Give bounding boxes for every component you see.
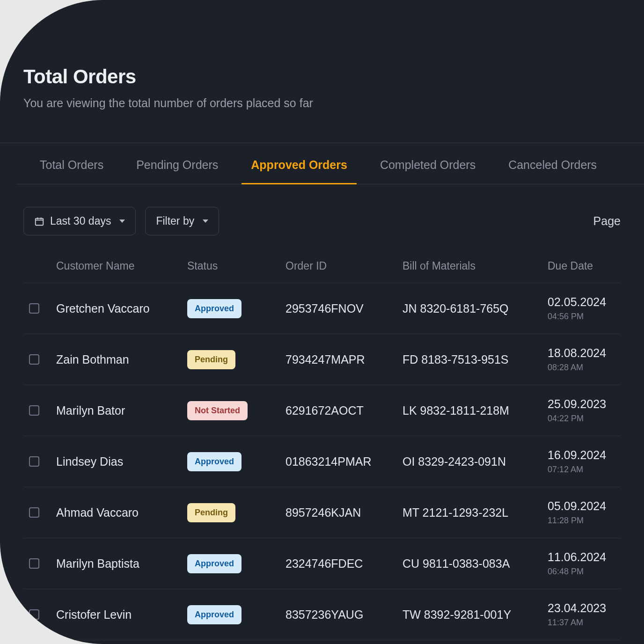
due-date-value: 18.08.2024 (548, 346, 621, 360)
orders-panel: Total Orders You are viewing the total n… (0, 0, 644, 644)
table-header: Customer Name Status Order ID Bill of Ma… (23, 247, 621, 283)
order-id: 6291672AOCT (285, 404, 402, 417)
customer-name: Gretchen Vaccaro (56, 302, 187, 315)
due-time-value: 11:28 PM (548, 516, 621, 526)
tabs: Total OrdersPending OrdersApproved Order… (16, 143, 644, 184)
customer-name: Cristofer Levin (56, 608, 187, 622)
customer-name: Zain Bothman (56, 353, 187, 366)
page-title: Total Orders (23, 66, 621, 88)
row-checkbox[interactable] (29, 354, 39, 365)
status-badge: Pending (187, 503, 235, 522)
bill-of-materials: TW 8392-9281-001Y (402, 608, 548, 622)
bill-of-materials: MT 2121-1293-232L (402, 506, 548, 520)
row-checkbox[interactable] (29, 303, 39, 314)
due-date-value: 02.05.2024 (548, 295, 621, 309)
due-date-value: 16.09.2024 (548, 448, 621, 462)
tab-completed-orders[interactable]: Completed Orders (380, 143, 476, 184)
bill-of-materials: LK 9832-1811-218M (402, 404, 548, 417)
col-bom: Bill of Materials (402, 260, 548, 272)
row-checkbox[interactable] (29, 405, 39, 416)
order-id: 2953746FNOV (285, 302, 402, 315)
row-checkbox[interactable] (29, 558, 39, 569)
row-checkbox[interactable] (29, 456, 39, 467)
table-row: Marilyn BaptistaApproved2324746FDECCU 98… (23, 538, 621, 589)
orders-table: Customer Name Status Order ID Bill of Ma… (0, 247, 644, 640)
chevron-down-icon (119, 220, 125, 223)
due-date: 18.08.202408:28 AM (548, 346, 621, 373)
due-time-value: 06:48 PM (548, 567, 621, 577)
due-date: 02.05.202404:56 PM (548, 295, 621, 322)
order-id: 2324746FDEC (285, 557, 402, 571)
page-subtitle: You are viewing the total number of orde… (23, 96, 621, 110)
due-date-value: 11.06.2024 (548, 550, 621, 564)
tab-total-orders[interactable]: Total Orders (40, 143, 103, 184)
order-id: 01863214PMAR (285, 455, 402, 468)
due-time-value: 08:28 AM (548, 363, 621, 373)
due-time-value: 11:37 AM (548, 618, 621, 628)
bill-of-materials: OI 8329-2423-091N (402, 455, 548, 468)
date-range-button[interactable]: Last 30 days (23, 207, 136, 235)
due-date: 25.09.202304:22 PM (548, 397, 621, 424)
tab-canceled-orders[interactable]: Canceled Orders (508, 143, 597, 184)
bill-of-materials: CU 9811-0383-083A (402, 557, 548, 571)
due-time-value: 07:12 AM (548, 465, 621, 475)
chevron-down-icon (203, 220, 208, 223)
status-badge: Approved (187, 605, 242, 624)
due-time-value: 04:56 PM (548, 312, 621, 322)
status-badge: Approved (187, 554, 242, 573)
col-order-id: Order ID (285, 260, 402, 272)
due-date: 23.04.202311:37 AM (548, 601, 621, 628)
bill-of-materials: JN 8320-6181-765Q (402, 302, 548, 315)
status-badge: Not Started (187, 401, 248, 420)
order-id: 7934247MAPR (285, 353, 402, 366)
table-row: Zain BothmanPending7934247MAPRFD 8183-75… (23, 334, 621, 385)
order-id: 8357236YAUG (285, 608, 402, 622)
order-id: 8957246KJAN (285, 506, 402, 520)
table-row: Gretchen VaccaroApproved2953746FNOVJN 83… (23, 283, 621, 334)
customer-name: Ahmad Vaccaro (56, 506, 187, 520)
customer-name: Lindsey Dias (56, 455, 187, 468)
header: Total Orders You are viewing the total n… (0, 0, 644, 124)
customer-name: Marilyn Bator (56, 404, 187, 417)
due-date: 05.09.202411:28 PM (548, 499, 621, 526)
svg-rect-0 (36, 218, 44, 225)
col-status: Status (187, 260, 285, 272)
due-date-value: 05.09.2024 (548, 499, 621, 513)
status-badge: Pending (187, 350, 235, 369)
table-row: Cristofer LevinApproved8357236YAUGTW 839… (23, 589, 621, 640)
filter-by-label: Filter by (156, 215, 194, 227)
row-checkbox[interactable] (29, 507, 39, 518)
page-label: Page (593, 214, 621, 228)
tab-pending-orders[interactable]: Pending Orders (136, 143, 218, 184)
due-date-value: 23.04.2023 (548, 601, 621, 615)
tab-approved-orders[interactable]: Approved Orders (251, 143, 347, 184)
table-row: Ahmad VaccaroPending8957246KJANMT 2121-1… (23, 487, 621, 538)
filter-by-button[interactable]: Filter by (145, 207, 219, 235)
row-checkbox[interactable] (29, 609, 39, 620)
col-due: Due Date (548, 260, 621, 272)
customer-name: Marilyn Baptista (56, 557, 187, 571)
calendar-icon (34, 216, 44, 227)
table-row: Marilyn BatorNot Started6291672AOCTLK 98… (23, 385, 621, 436)
table-row: Lindsey DiasApproved01863214PMAROI 8329-… (23, 436, 621, 487)
status-badge: Approved (187, 452, 242, 471)
due-date: 16.09.202407:12 AM (548, 448, 621, 475)
col-customer: Customer Name (56, 260, 187, 272)
due-time-value: 04:22 PM (548, 414, 621, 424)
due-date: 11.06.202406:48 PM (548, 550, 621, 577)
status-badge: Approved (187, 299, 242, 318)
filters-row: Last 30 days Filter by Page (0, 184, 644, 247)
bill-of-materials: FD 8183-7513-951S (402, 353, 548, 366)
date-range-label: Last 30 days (50, 215, 111, 227)
due-date-value: 25.09.2023 (548, 397, 621, 411)
